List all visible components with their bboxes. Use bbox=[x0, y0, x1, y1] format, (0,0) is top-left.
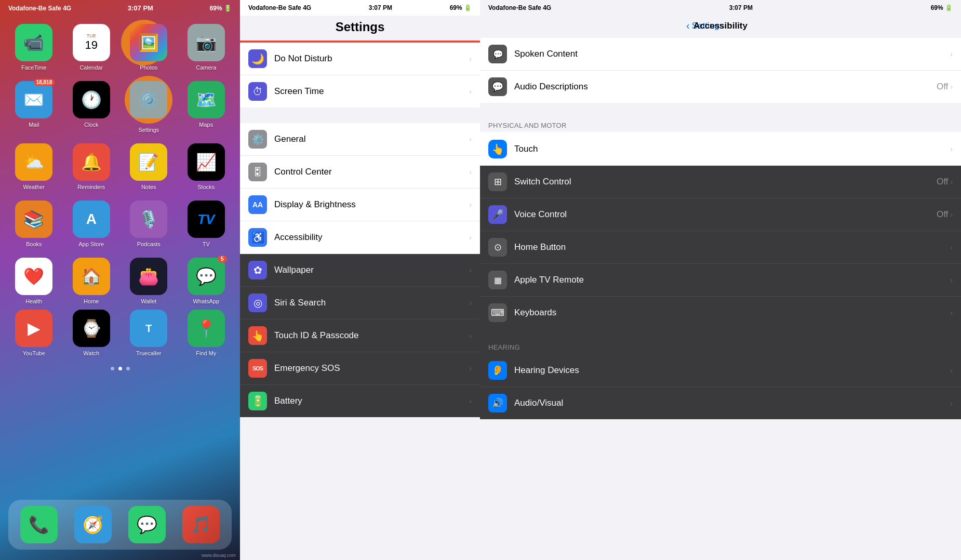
dock: 📞 🧭 💬 🎵 bbox=[8, 500, 232, 550]
voice-control-chevron: › bbox=[950, 210, 953, 219]
settings-title: Settings bbox=[248, 20, 472, 34]
settings-row-control-center[interactable]: 🎛 Control Center › bbox=[240, 156, 480, 189]
wallpaper-icon: ✿ bbox=[248, 261, 267, 279]
settings-row-battery[interactable]: 🔋 Battery › bbox=[240, 385, 480, 417]
phone-icon: 📞 bbox=[20, 506, 58, 543]
wallet-icon: 👛 bbox=[130, 258, 167, 295]
screen-time-icon: ⏱ bbox=[248, 82, 267, 101]
keyboards-icon: ⌨ bbox=[488, 303, 507, 322]
mail-icon: ✉️ 18,818 bbox=[15, 81, 52, 118]
settings-row-siri-search[interactable]: ◎ Siri & Search › bbox=[240, 287, 480, 319]
settings-row-general[interactable]: ⚙️ General › bbox=[240, 123, 480, 156]
app-appstore[interactable]: A App Store bbox=[68, 201, 115, 247]
app-reminders[interactable]: 🔔 Reminders bbox=[68, 143, 115, 190]
settings-row-touch-id-passcode[interactable]: 👆 Touch ID & Passcode › bbox=[240, 319, 480, 352]
battery-chevron: › bbox=[469, 397, 472, 405]
home-button-icon: ⊙ bbox=[488, 238, 507, 257]
switch-control-value: Off bbox=[937, 177, 948, 187]
page-dots bbox=[0, 367, 240, 370]
whatsapp-badge: 5 bbox=[218, 256, 227, 262]
voice-control-label: Voice Control bbox=[514, 209, 937, 220]
acc-row-voice-control[interactable]: 🎤 Voice Control Off › bbox=[480, 198, 961, 231]
switch-control-chevron: › bbox=[950, 178, 953, 186]
app-photos[interactable]: 🖼️ Photos bbox=[125, 24, 172, 71]
physical-motor-header: PHYSICAL AND MOTOR bbox=[480, 117, 961, 132]
settings-row-screen-time[interactable]: ⏱ Screen Time › bbox=[240, 75, 480, 108]
home-carrier: Vodafone-Be Safe 4G bbox=[8, 5, 71, 12]
hearing-devices-label: Hearing Devices bbox=[514, 365, 950, 376]
photos-icon: 🖼️ bbox=[130, 24, 167, 61]
acc-row-keyboards[interactable]: ⌨ Keyboards › bbox=[480, 297, 961, 329]
app-calendar[interactable]: TUE 19 Calendar bbox=[68, 24, 115, 71]
apple-tv-remote-chevron: › bbox=[950, 276, 953, 284]
acc-row-audio-visual[interactable]: 🔊 Audio/Visual › bbox=[480, 387, 961, 419]
home-button-chevron: › bbox=[950, 243, 953, 251]
keyboards-label: Keyboards bbox=[514, 308, 950, 318]
battery-icon: 🔋 bbox=[248, 392, 267, 410]
back-chevron-icon: ‹ bbox=[686, 20, 690, 32]
dock-safari[interactable]: 🧭 bbox=[69, 506, 117, 543]
acc-row-audio-descriptions[interactable]: 💬 Audio Descriptions Off › bbox=[480, 71, 961, 103]
dock-messages[interactable]: 💬 bbox=[123, 506, 171, 543]
app-findmy[interactable]: 📍 Find My bbox=[183, 310, 230, 356]
app-facetime[interactable]: 📹 FaceTime bbox=[10, 24, 58, 71]
display-brightness-chevron: › bbox=[469, 201, 472, 209]
svg-text:💬: 💬 bbox=[493, 49, 503, 59]
switch-control-label: Switch Control bbox=[514, 177, 937, 187]
podcasts-label: Podcasts bbox=[137, 241, 161, 247]
settings-list: 🌙 Do Not Disturb › ⏱ Screen Time › ⚙️ Ge… bbox=[240, 41, 480, 560]
settings-row-accessibility[interactable]: ♿ Accessibility › bbox=[240, 221, 480, 254]
findmy-icon: 📍 bbox=[188, 310, 225, 347]
acc-row-touch[interactable]: 👆 Touch › bbox=[480, 133, 961, 166]
facetime-icon: 📹 bbox=[15, 24, 52, 61]
app-home[interactable]: 🏠 Home bbox=[68, 258, 115, 304]
app-grid-row2: ▶ YouTube ⌚ Watch T Truecaller 📍 Find My bbox=[0, 310, 240, 362]
dock-phone[interactable]: 📞 bbox=[15, 506, 63, 543]
app-books[interactable]: 📚 Books bbox=[10, 201, 58, 247]
home-icon: 🏠 bbox=[73, 258, 110, 295]
app-notes[interactable]: 📝 Notes bbox=[125, 143, 172, 190]
settings-row-wallpaper[interactable]: ✿ Wallpaper › bbox=[240, 254, 480, 287]
app-health[interactable]: ❤️ Health bbox=[10, 258, 58, 304]
app-youtube[interactable]: ▶ YouTube bbox=[10, 310, 58, 356]
acc-row-spoken-content[interactable]: 💬 Spoken Content › bbox=[480, 38, 961, 71]
stocks-label: Stocks bbox=[197, 184, 215, 190]
app-truecaller[interactable]: T Truecaller bbox=[125, 310, 172, 356]
app-settings[interactable]: ⚙️ Settings bbox=[125, 81, 172, 133]
app-tv[interactable]: TV TV bbox=[183, 201, 230, 247]
acc-section-physical-lower: ⊞ Switch Control Off › 🎤 Voice Control O… bbox=[480, 166, 961, 329]
settings-row-emergency-sos[interactable]: SOS Emergency SOS › bbox=[240, 352, 480, 385]
settings-row-display-brightness[interactable]: AA Display & Brightness › bbox=[240, 189, 480, 221]
calendar-label: Calendar bbox=[79, 64, 103, 71]
accessibility-chevron: › bbox=[469, 233, 472, 242]
app-camera[interactable]: 📷 Camera bbox=[183, 24, 230, 71]
spoken-content-chevron: › bbox=[950, 50, 953, 58]
acc-row-apple-tv-remote[interactable]: ▦ Apple TV Remote › bbox=[480, 264, 961, 297]
dock-music[interactable]: 🎵 bbox=[177, 506, 225, 543]
app-wallet[interactable]: 👛 Wallet bbox=[125, 258, 172, 304]
app-clock[interactable]: 🕐 Clock bbox=[68, 81, 115, 133]
emergency-sos-icon: SOS bbox=[248, 359, 267, 378]
watch-icon: ⌚ bbox=[73, 310, 110, 347]
home-status-bar: Vodafone-Be Safe 4G 3:07 PM 69% 🔋 bbox=[0, 0, 240, 16]
acc-divider-1 bbox=[480, 103, 961, 117]
app-maps[interactable]: 🗺️ Maps bbox=[183, 81, 230, 133]
app-podcasts[interactable]: 🎙️ Podcasts bbox=[125, 201, 172, 247]
app-whatsapp[interactable]: 💬 5 WhatsApp bbox=[183, 258, 230, 304]
acc-row-switch-control[interactable]: ⊞ Switch Control Off › bbox=[480, 166, 961, 198]
settings-time: 3:07 PM bbox=[369, 4, 392, 11]
app-weather[interactable]: ⛅ Weather bbox=[10, 143, 58, 190]
settings-status-bar: Vodafone-Be Safe 4G 3:07 PM 69% 🔋 bbox=[240, 0, 480, 16]
app-stocks[interactable]: 📈 Stocks bbox=[183, 143, 230, 190]
settings-row-do-not-disturb[interactable]: 🌙 Do Not Disturb › bbox=[240, 43, 480, 75]
app-mail[interactable]: ✉️ 18,818 Mail bbox=[10, 81, 58, 133]
stocks-icon: 📈 bbox=[188, 143, 225, 181]
watermark: www.deuaq.com bbox=[202, 553, 236, 558]
home-time: 3:07 PM bbox=[128, 4, 153, 12]
settings-carrier: Vodafone-Be Safe 4G bbox=[248, 4, 311, 11]
acc-row-home-button[interactable]: ⊙ Home Button › bbox=[480, 231, 961, 264]
do-not-disturb-icon: 🌙 bbox=[248, 49, 267, 68]
acc-row-hearing-devices[interactable]: 👂 Hearing Devices › bbox=[480, 354, 961, 387]
app-watch[interactable]: ⌚ Watch bbox=[68, 310, 115, 356]
spoken-content-label: Spoken Content bbox=[514, 49, 950, 59]
